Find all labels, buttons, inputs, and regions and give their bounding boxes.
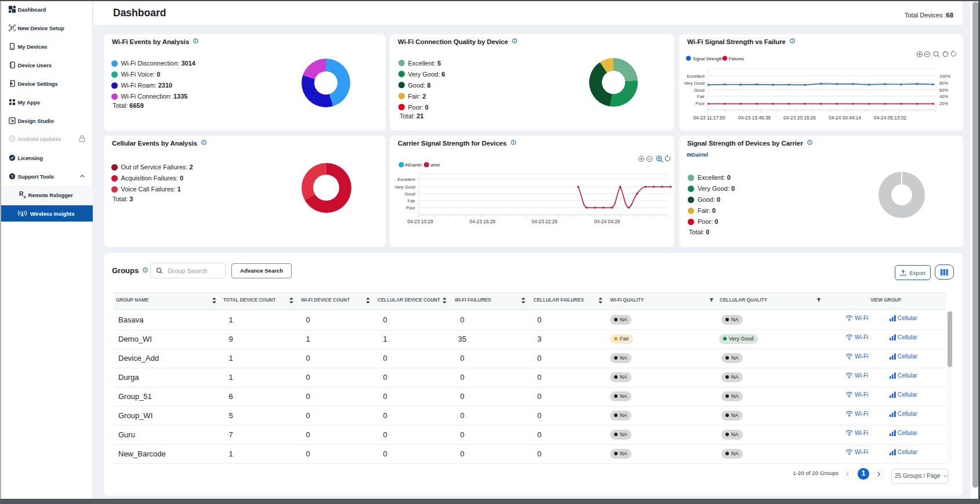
svg-text:Poor: Poor xyxy=(406,205,415,211)
svg-text:INDairtel: INDairtel xyxy=(405,162,422,168)
svg-text:Excellent: Excellent xyxy=(687,74,705,79)
svg-text:Very Good: Very Good xyxy=(395,184,415,190)
svg-text:04-24 04:29: 04-24 04:29 xyxy=(594,219,620,224)
svg-text:Very Good: Very Good xyxy=(684,81,705,86)
svg-text:04-23 20:15:26: 04-23 20:15:26 xyxy=(783,115,816,121)
svg-text:04-24 00:44:14: 04-24 00:44:14 xyxy=(829,115,861,121)
svg-text:Excellent: Excellent xyxy=(398,177,416,182)
svg-text:Failures: Failures xyxy=(729,56,745,61)
svg-text:?: ? xyxy=(11,174,14,179)
svg-text:04-23 15:46:38: 04-23 15:46:38 xyxy=(738,115,771,121)
svg-text:60%: 60% xyxy=(939,88,948,93)
svg-text:airtel: airtel xyxy=(431,162,441,168)
svg-text:Fair: Fair xyxy=(697,94,705,99)
svg-text:04-23 22:29: 04-23 22:29 xyxy=(532,219,558,224)
svg-text:04-23 11:17:50: 04-23 11:17:50 xyxy=(693,115,725,121)
svg-text:40%: 40% xyxy=(939,94,948,99)
svg-text:20%: 20% xyxy=(939,101,948,106)
svg-text:Good: Good xyxy=(405,191,415,197)
svg-text:80%: 80% xyxy=(939,81,948,86)
svg-text:Fair: Fair xyxy=(408,198,415,204)
svg-text:100%: 100% xyxy=(939,74,951,79)
svg-text:Good: Good xyxy=(694,88,705,93)
svg-text:Signal Strength: Signal Strength xyxy=(693,56,723,61)
svg-text:04-23 10:29: 04-23 10:29 xyxy=(408,219,434,224)
svg-text:04-24 05:13:02: 04-24 05:13:02 xyxy=(874,115,906,121)
svg-text:Poor: Poor xyxy=(695,101,705,106)
svg-text:04-23 16:29: 04-23 16:29 xyxy=(470,219,496,224)
